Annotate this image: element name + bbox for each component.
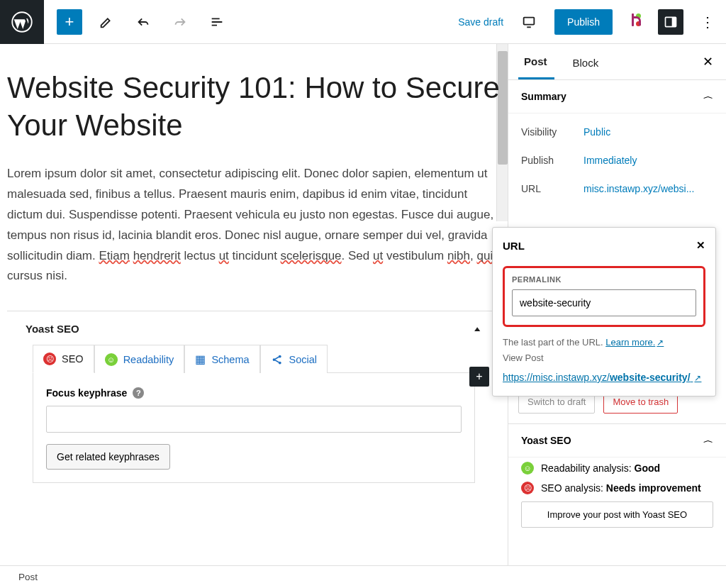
summary-section-header[interactable]: Summary ︿ — [508, 80, 726, 113]
post-title[interactable]: Website Security 101: How to Secure Your… — [7, 70, 501, 144]
happy-face-icon: ☺ — [521, 462, 534, 475]
yoast-tab-schema[interactable]: ▦ Schema — [184, 345, 259, 373]
help-text: The last part of the URL. — [503, 337, 605, 348]
help-icon[interactable]: ? — [133, 387, 144, 399]
summary-row-publish: Publish Immediately — [521, 146, 713, 174]
add-block-button[interactable]: + — [57, 9, 82, 35]
focus-keyphrase-input[interactable] — [46, 406, 462, 433]
sad-face-icon: ☹ — [43, 353, 56, 365]
view-post-link[interactable]: View Post — [503, 351, 705, 365]
undo-button[interactable] — [130, 9, 156, 35]
yoast-tab-label: SEO — [62, 353, 84, 365]
body-text: vestibulum — [383, 249, 447, 262]
sidebar-close-button[interactable]: ✕ — [700, 51, 716, 72]
settings-sidebar-toggle[interactable] — [658, 9, 683, 35]
sidebar-tab-block[interactable]: Block — [567, 45, 606, 79]
top-toolbar: + Save draft Publish ⋮ — [0, 0, 726, 44]
yoast-tab-seo[interactable]: ☹ SEO — [33, 345, 94, 373]
summary-row-visibility: Visibility Public — [521, 118, 713, 146]
chevron-up-icon: ▲ — [472, 325, 482, 333]
document-overview-button[interactable] — [204, 9, 230, 35]
publish-value[interactable]: Immediately — [583, 155, 637, 166]
row-label: URL — [521, 183, 583, 194]
editor-content[interactable]: Website Security 101: How to Secure Your… — [0, 44, 508, 565]
svg-rect-3 — [672, 17, 676, 26]
row-label: Visibility — [521, 126, 583, 138]
sidebar-tab-post[interactable]: Post — [518, 44, 554, 79]
toolbar-left: + — [44, 9, 230, 35]
url-popover-header: URL ✕ — [503, 239, 705, 252]
spell-word-6: nibh — [447, 249, 470, 262]
yoast-tabs: ☹ SEO ☺ Readability ▦ Schema Social — [7, 345, 501, 373]
chevron-up-icon: ︿ — [703, 92, 713, 101]
happy-face-icon: ☺ — [105, 353, 118, 366]
toolbar-right: Save draft Publish ⋮ — [458, 9, 726, 35]
save-draft-link[interactable]: Save draft — [458, 16, 503, 28]
more-options-button[interactable]: ⋮ — [696, 13, 719, 30]
summary-title: Summary — [521, 91, 566, 102]
analysis-value: Good — [635, 462, 661, 474]
url-popover: URL ✕ PERMALINK The last part of the URL… — [492, 227, 716, 396]
sidebar-yoast-body: ☺ Readability analysis: Good ☹ SEO analy… — [508, 457, 726, 538]
row-label: Publish — [521, 155, 583, 166]
visibility-value[interactable]: Public — [583, 126, 610, 138]
spell-word-2: hendrerit — [133, 249, 181, 262]
analysis-value: Needs improvement — [606, 482, 701, 494]
summary-row-url: URL misc.instawp.xyz/websi... — [521, 174, 713, 203]
body-text: tincidunt — [229, 249, 281, 262]
redo-icon — [172, 14, 188, 30]
yoast-tab-social[interactable]: Social — [260, 345, 328, 373]
summary-body: Visibility Public Publish Immediately UR… — [508, 113, 726, 210]
external-link-icon: ↗ — [694, 373, 701, 383]
readability-analysis-row: ☺ Readability analysis: Good — [521, 462, 713, 475]
spell-word-5: ut — [373, 249, 383, 262]
pencil-icon — [99, 14, 114, 30]
keyphrase-label-text: Focus keyphrase — [46, 387, 127, 399]
full-permalink-link[interactable]: https://misc.instawp.xyz/website-securit… — [503, 372, 705, 383]
permalink-label: PERMALINK — [512, 275, 696, 284]
url-popover-title: URL — [503, 240, 525, 252]
post-body[interactable]: Lorem ipsum dolor sit amet, consectetur … — [7, 164, 501, 287]
permalink-help-text: The last part of the URL. Learn more.↗ — [503, 335, 705, 350]
preview-button[interactable] — [516, 9, 542, 35]
related-keyphrases-button[interactable]: Get related keyphrases — [46, 444, 170, 470]
spell-word-3: ut — [219, 249, 229, 262]
wordpress-icon — [11, 11, 33, 33]
permalink-input[interactable] — [512, 289, 696, 316]
edit-mode-button[interactable] — [94, 9, 119, 35]
yoast-panel: Yoast SEO ▲ ☹ SEO ☺ Readability ▦ Schema — [7, 311, 501, 483]
sidebar-tabs: Post Block ✕ — [508, 44, 726, 80]
body-text: cursus nisi. — [7, 269, 67, 282]
yoast-panel-header[interactable]: Yoast SEO ▲ — [7, 311, 501, 345]
yoast-tab-label: Schema — [211, 354, 249, 365]
external-link-icon: ↗ — [657, 338, 664, 348]
url-prefix: https://misc.instawp.xyz/ — [503, 372, 610, 383]
undo-icon — [135, 14, 151, 30]
yoast-indicator-icon[interactable] — [625, 12, 645, 32]
yoast-tab-readability[interactable]: ☺ Readability — [94, 345, 185, 373]
sad-face-icon: ☹ — [521, 482, 534, 494]
learn-more-link[interactable]: Learn more.↗ — [605, 337, 664, 348]
svg-rect-1 — [524, 17, 535, 24]
url-value[interactable]: misc.instawp.xyz/websi... — [583, 183, 694, 194]
share-icon — [271, 353, 284, 366]
yoast-panel-title: Yoast SEO — [26, 323, 79, 335]
url-popover-close-button[interactable]: ✕ — [696, 239, 705, 252]
analysis-label: Readability analysis: — [541, 462, 635, 474]
breadcrumb[interactable]: Post — [18, 572, 38, 582]
improve-post-button[interactable]: Improve your post with Yoast SEO — [521, 501, 713, 528]
panel-icon — [664, 15, 678, 29]
redo-button[interactable] — [167, 9, 193, 35]
yoast-tab-label: Readability — [123, 354, 174, 365]
yoast-tab-content: Focus keyphrase ? Get related keyphrases — [33, 372, 475, 483]
yoast-tab-label: Social — [289, 354, 318, 365]
publish-button[interactable]: Publish — [554, 9, 613, 35]
grid-icon: ▦ — [195, 353, 206, 366]
chevron-up-icon: ︿ — [703, 436, 713, 445]
editor-column: Website Security 101: How to Secure Your… — [0, 44, 508, 565]
body-text: Lorem ipsum dolor sit amet, consectetur … — [7, 167, 493, 262]
sidebar-yoast-header[interactable]: Yoast SEO ︿ — [508, 423, 726, 457]
wordpress-logo[interactable] — [0, 0, 44, 44]
desktop-icon — [521, 14, 537, 30]
inline-add-block-button[interactable]: + — [469, 367, 489, 387]
